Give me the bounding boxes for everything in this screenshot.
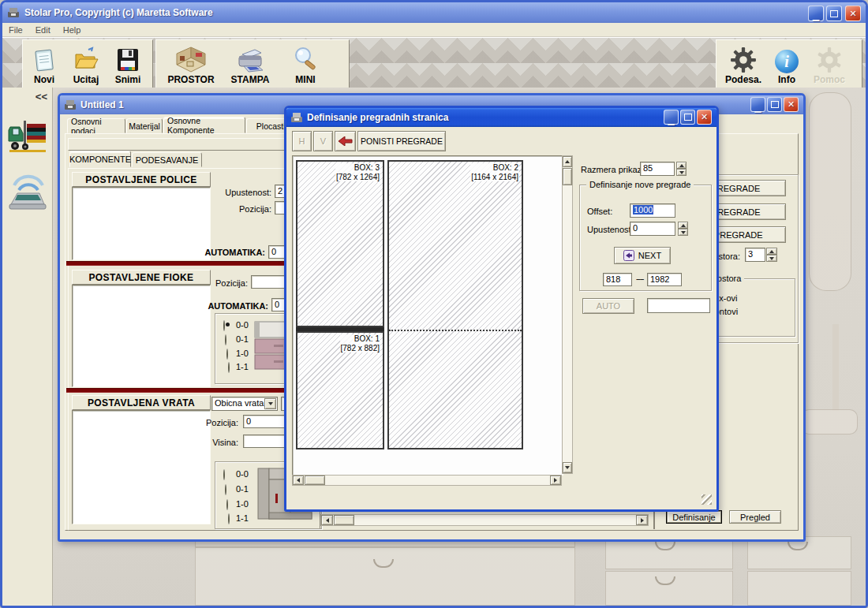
sidebar-item-forklift[interactable] bbox=[8, 117, 47, 155]
vrata-radio-1-1[interactable] bbox=[228, 513, 230, 524]
fioke-radio-1-1[interactable] bbox=[228, 362, 230, 373]
spinner-down-icon[interactable] bbox=[676, 169, 687, 176]
razmera-label: Razmera prikaza: bbox=[581, 165, 649, 174]
tab-osnovne-komponente[interactable]: Osnovne Komponente bbox=[163, 117, 245, 133]
new-button[interactable]: Novi bbox=[24, 41, 65, 87]
upustenost-field[interactable]: 0 bbox=[630, 222, 675, 236]
pregrade-canvas[interactable]: BOX: 3[782 x 1264] BOX: 1[782 x 882] BOX… bbox=[292, 155, 563, 476]
dropdown-arrow-icon[interactable] bbox=[264, 398, 276, 409]
maximize-button[interactable] bbox=[826, 6, 842, 21]
settings-button[interactable]: Podesa. bbox=[720, 41, 767, 87]
hscroll-thumb[interactable] bbox=[305, 476, 325, 485]
dialog-title-bar[interactable]: Definisanje pregradnih stranica ▁ ✕ bbox=[286, 108, 716, 127]
canvas-vscrollbar[interactable] bbox=[562, 155, 573, 474]
footer-separator bbox=[653, 510, 655, 529]
document-hscrollbar[interactable] bbox=[320, 514, 649, 526]
menu-edit[interactable]: Edit bbox=[29, 24, 57, 36]
range-to-field[interactable]: 1982 bbox=[647, 273, 682, 286]
save-button[interactable]: Snimi bbox=[107, 41, 148, 87]
spinner-down-icon[interactable] bbox=[678, 229, 688, 236]
box-2[interactable]: BOX: 2[1164 x 2164] bbox=[387, 160, 523, 449]
app-window: Stolar Pro, Copyright (c) Maretta Softwa… bbox=[0, 0, 868, 608]
scroll-down-icon[interactable] bbox=[563, 462, 572, 473]
box-2-name: BOX: 2 bbox=[493, 163, 518, 172]
vrata-radio-1-0[interactable] bbox=[226, 499, 228, 510]
fioke-listbox[interactable] bbox=[72, 285, 211, 387]
vrata-listbox[interactable] bbox=[72, 410, 211, 524]
dialog-minimize-button[interactable]: ▁ bbox=[664, 110, 679, 125]
ponisti-pregrade-button[interactable]: PONISTI PREGRADE bbox=[357, 131, 446, 151]
mini-button[interactable]: MINI bbox=[279, 41, 331, 87]
scroll-up-icon[interactable] bbox=[563, 156, 572, 167]
box-1[interactable]: BOX: 1[782 x 882] bbox=[296, 331, 384, 449]
open-folder-icon bbox=[73, 47, 99, 73]
prostora-spinner[interactable] bbox=[766, 248, 777, 262]
scanner-icon bbox=[8, 174, 47, 212]
background-drawer bbox=[195, 547, 575, 606]
scroll-right-icon[interactable] bbox=[550, 476, 561, 485]
spinner-up-icon[interactable] bbox=[676, 162, 687, 169]
offset-field[interactable]: 1000 bbox=[630, 203, 675, 218]
box-3[interactable]: BOX: 3[782 x 1264] bbox=[296, 160, 384, 327]
document-close-button[interactable]: ✕ bbox=[784, 97, 799, 112]
vrata-type-value: Obicna vrata bbox=[215, 398, 264, 408]
spinner-down-icon[interactable] bbox=[766, 255, 777, 262]
razmera-spinner[interactable] bbox=[676, 162, 687, 176]
horizontal-split-button[interactable]: H bbox=[292, 131, 312, 151]
toolbar-tools-group: PROSTOR STAMPA MINI bbox=[155, 39, 350, 88]
vrata-pozicija-field[interactable]: 0 bbox=[243, 415, 286, 428]
fioke-radio-1-0[interactable] bbox=[226, 349, 228, 360]
dialog-maximize-button[interactable] bbox=[680, 110, 695, 125]
hscroll-thumb[interactable] bbox=[334, 515, 354, 525]
title-bar[interactable]: Stolar Pro, Copyright (c) Maretta Softwa… bbox=[2, 2, 866, 23]
magnifier-icon bbox=[290, 47, 320, 73]
sidebar-collapse-button[interactable]: << bbox=[36, 91, 47, 103]
document-maximize-button[interactable] bbox=[767, 97, 782, 112]
scroll-left-icon[interactable] bbox=[293, 476, 304, 485]
prostora-field[interactable]: 3 bbox=[745, 248, 765, 262]
tab-podesavanje[interactable]: PODESAVANJE bbox=[132, 152, 202, 167]
resize-grip[interactable] bbox=[702, 494, 712, 505]
menu-help[interactable]: Help bbox=[57, 24, 88, 36]
definisanje-button[interactable]: Definisanje bbox=[666, 510, 722, 524]
vrata-radio-0-1[interactable] bbox=[225, 484, 226, 495]
range-from-field[interactable]: 818 bbox=[603, 273, 632, 286]
upustenost-spinner[interactable] bbox=[678, 222, 688, 236]
canvas-hscrollbar[interactable] bbox=[292, 475, 562, 486]
razmera-field[interactable]: 85 bbox=[640, 162, 675, 176]
fioke-radio-0-0[interactable] bbox=[223, 320, 225, 331]
info-button[interactable]: i Info bbox=[767, 41, 806, 87]
prostor-button[interactable]: PROSTOR bbox=[161, 41, 221, 87]
vrata-radio-0-0[interactable] bbox=[223, 469, 225, 480]
open-label: Ucitaj bbox=[73, 74, 99, 85]
document-minimize-button[interactable]: ▁ bbox=[750, 97, 765, 112]
document-icon bbox=[64, 99, 77, 114]
police-upustenost-label: Upustenost: bbox=[202, 188, 271, 197]
vrata-type-dropdown[interactable]: Obicna vrata bbox=[211, 397, 278, 411]
auto-field[interactable] bbox=[647, 298, 710, 313]
scroll-left-icon[interactable] bbox=[321, 515, 333, 525]
fioke-automatika-label: AUTOMATIKA: bbox=[186, 301, 268, 311]
tab-materijal[interactable]: Materijal bbox=[126, 118, 163, 133]
auto-button[interactable]: AUTO bbox=[582, 298, 634, 314]
menu-file[interactable]: File bbox=[2, 24, 29, 36]
fioke-radio-0-1[interactable] bbox=[225, 334, 226, 345]
pregled-button[interactable]: Pregled bbox=[729, 510, 781, 524]
scroll-right-icon[interactable] bbox=[636, 515, 648, 525]
minimize-button[interactable]: ▁ bbox=[808, 6, 824, 21]
next-arrow-icon bbox=[623, 250, 634, 261]
close-button[interactable]: ✕ bbox=[845, 6, 861, 21]
vertical-split-button[interactable]: V bbox=[313, 131, 333, 151]
police-listbox[interactable] bbox=[72, 187, 211, 260]
tab-osnovni-podaci[interactable]: Osnovni podaci bbox=[67, 118, 125, 133]
open-button[interactable]: Ucitaj bbox=[65, 41, 107, 87]
tab-komponente[interactable]: KOMPONENTE bbox=[69, 151, 131, 167]
spinner-up-icon[interactable] bbox=[766, 248, 777, 255]
vscroll-thumb[interactable] bbox=[563, 168, 572, 185]
spinner-up-icon[interactable] bbox=[678, 222, 688, 229]
stampa-button[interactable]: STAMPA bbox=[221, 41, 279, 87]
back-arrow-button[interactable] bbox=[335, 131, 356, 151]
next-button[interactable]: NEXT bbox=[614, 247, 671, 264]
dialog-close-button[interactable]: ✕ bbox=[697, 110, 712, 125]
sidebar-item-scanner[interactable] bbox=[8, 174, 47, 214]
